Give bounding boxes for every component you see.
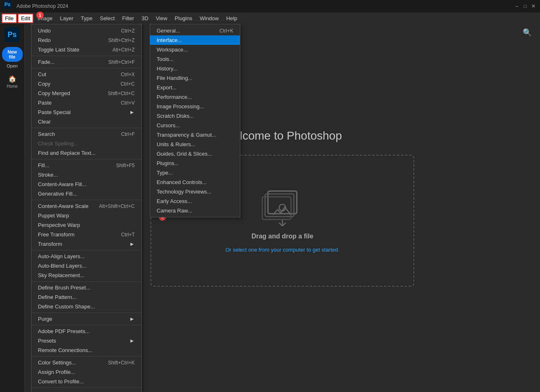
- menu-define-pattern[interactable]: Define Pattern...: [31, 292, 141, 302]
- menu-item-view[interactable]: View: [153, 14, 171, 23]
- menu-color-settings[interactable]: Color Settings... Shift+Ctrl+K: [31, 358, 141, 367]
- menu-remote-connections[interactable]: Remote Connections...: [31, 345, 141, 355]
- menu-cut[interactable]: Cut Ctrl+X: [31, 70, 141, 79]
- menu-find-replace[interactable]: Find and Replace Text...: [31, 148, 141, 158]
- pref-workspace-label: Workspace...: [157, 47, 188, 53]
- pref-performance[interactable]: Performance...: [150, 92, 240, 102]
- fade-shortcut: Shift+Ctrl+F: [108, 59, 135, 65]
- free-transform-shortcut: Ctrl+T: [121, 232, 135, 238]
- menu-purge[interactable]: Purge ►: [31, 314, 141, 324]
- transform-arrow: ►: [129, 241, 135, 247]
- paste-special-label: Paste Special: [38, 109, 71, 115]
- menu-item-layer[interactable]: Layer: [57, 14, 77, 23]
- copy-shortcut: Ctrl+C: [120, 81, 134, 87]
- redo-label: Redo: [38, 37, 51, 43]
- menu-redo[interactable]: Redo Shift+Ctrl+Z: [31, 35, 141, 45]
- menu-item-select[interactable]: Select: [96, 14, 118, 23]
- new-file-button[interactable]: New file: [2, 47, 23, 62]
- search-icon[interactable]: 🔍: [523, 28, 532, 37]
- pref-camera-raw[interactable]: Camera Raw...: [150, 206, 240, 215]
- drop-end-text: from your computer to get started.: [257, 247, 339, 253]
- menu-auto-blend[interactable]: Auto-Blend Layers...: [31, 261, 141, 271]
- open-button[interactable]: Open: [7, 63, 18, 68]
- pref-scratch-disks[interactable]: Scratch Disks...: [150, 111, 240, 121]
- title-bar-controls: – □ ✕: [514, 3, 537, 9]
- menu-generative-fill[interactable]: Generative Fill...: [31, 189, 141, 198]
- select-one-link[interactable]: select one: [233, 247, 257, 253]
- menu-paste-special[interactable]: Paste Special ►: [31, 107, 141, 117]
- menu-item-edit[interactable]: Edit: [18, 14, 33, 23]
- menu-adobe-pdf-presets[interactable]: Adobe PDF Presets...: [31, 327, 141, 336]
- presets-arrow: ►: [129, 338, 135, 344]
- menu-presets[interactable]: Presets ►: [31, 336, 141, 345]
- menu-puppet-warp[interactable]: Puppet Warp: [31, 211, 141, 220]
- menu-keyboard-shortcuts[interactable]: Keyboard Shortcuts... Alt+Shift+Ctrl+K: [31, 389, 141, 392]
- menu-clear[interactable]: Clear: [31, 117, 141, 126]
- sep11: [31, 387, 141, 388]
- menu-transform[interactable]: Transform ►: [31, 239, 141, 249]
- pref-plugins-label: Plugins...: [157, 160, 178, 166]
- pref-image-processing[interactable]: Image Processing...: [150, 102, 240, 111]
- menu-copy-merged[interactable]: Copy Merged Shift+Ctrl+C: [31, 89, 141, 98]
- pref-cursors-label: Cursors...: [157, 122, 180, 128]
- pref-type-label: Type...: [157, 170, 173, 176]
- menu-undo[interactable]: Undo Ctrl+Z: [31, 26, 141, 35]
- menu-bar: File Edit Image Layer Type Select Filter…: [0, 12, 540, 24]
- menu-item-filter[interactable]: Filter: [119, 14, 137, 23]
- pref-guides-grid[interactable]: Guides, Grid & Slices...: [150, 149, 240, 159]
- menu-item-plugins[interactable]: Plugins: [171, 14, 196, 23]
- pref-enhanced-controls[interactable]: Enhanced Controls...: [150, 177, 240, 187]
- define-custom-shape-label: Define Custom Shape...: [38, 303, 95, 310]
- search-shortcut: Ctrl+F: [121, 131, 135, 137]
- menu-assign-profile[interactable]: Assign Profile...: [31, 367, 141, 377]
- pref-early-access[interactable]: Early Access...: [150, 196, 240, 206]
- menu-define-custom-shape[interactable]: Define Custom Shape...: [31, 302, 141, 311]
- cut-shortcut: Ctrl+X: [121, 72, 135, 77]
- menu-sky-replacement[interactable]: Sky Replacement...: [31, 271, 141, 280]
- paste-shortcut: Ctrl+V: [121, 100, 135, 106]
- menu-toggle-last-state[interactable]: Toggle Last State Alt+Ctrl+Z: [31, 45, 141, 54]
- pref-plugins[interactable]: Plugins...: [150, 159, 240, 168]
- menu-paste[interactable]: Paste Ctrl+V: [31, 98, 141, 107]
- menu-content-aware-scale[interactable]: Content-Aware Scale Alt+Shift+Ctrl+C: [31, 201, 141, 211]
- menu-auto-align[interactable]: Auto-Align Layers...: [31, 252, 141, 261]
- menu-copy[interactable]: Copy Ctrl+C: [31, 79, 141, 89]
- pref-type[interactable]: Type...: [150, 168, 240, 177]
- menu-item-file[interactable]: File: [2, 14, 17, 23]
- menu-search[interactable]: Search Ctrl+F: [31, 129, 141, 139]
- copy-merged-shortcut: Shift+Ctrl+C: [108, 91, 134, 96]
- menu-perspective-warp[interactable]: Perspective Warp: [31, 220, 141, 230]
- pref-cursors[interactable]: Cursors...: [150, 121, 240, 130]
- minimize-button[interactable]: –: [514, 3, 520, 9]
- pref-transparency[interactable]: Transparency & Gamut...: [150, 130, 240, 140]
- pref-general[interactable]: General... Ctrl+K: [150, 26, 240, 35]
- menu-fill[interactable]: Fill... Shift+F5: [31, 161, 141, 170]
- pref-history[interactable]: History...: [150, 64, 240, 73]
- menu-item-help[interactable]: Help: [223, 14, 241, 23]
- menu-convert-to-profile[interactable]: Convert to Profile...: [31, 377, 141, 386]
- pref-tools[interactable]: Tools...: [150, 54, 240, 64]
- pref-interface[interactable]: Interface...: [150, 35, 240, 45]
- puppet-warp-label: Puppet Warp: [38, 212, 69, 219]
- menu-check-spelling[interactable]: Check Spelling...: [31, 139, 141, 148]
- menu-stroke[interactable]: Stroke...: [31, 170, 141, 180]
- pref-export[interactable]: Export...: [150, 83, 240, 92]
- menu-item-window[interactable]: Window: [196, 14, 222, 23]
- menu-define-brush[interactable]: Define Brush Preset...: [31, 283, 141, 292]
- pref-technology-previews[interactable]: Technology Previews...: [150, 187, 240, 196]
- close-button[interactable]: ✕: [530, 3, 537, 9]
- restore-button[interactable]: □: [522, 3, 528, 9]
- menu-free-transform[interactable]: Free Transform Ctrl+T: [31, 230, 141, 239]
- menu-fade[interactable]: Fade... Shift+Ctrl+F: [31, 57, 141, 67]
- transform-label: Transform: [38, 241, 62, 247]
- home-item[interactable]: 🏠 Home: [7, 75, 18, 89]
- pref-file-handling[interactable]: File Handling...: [150, 73, 240, 83]
- copy-merged-label: Copy Merged: [38, 90, 70, 96]
- menu-content-aware-fill[interactable]: Content-Aware Fill...: [31, 180, 141, 189]
- search-label: Search: [38, 131, 55, 137]
- stroke-label: Stroke...: [38, 172, 58, 178]
- pref-workspace[interactable]: Workspace...: [150, 45, 240, 54]
- menu-item-type[interactable]: Type: [77, 14, 96, 23]
- pref-units-rulers[interactable]: Units & Rulers...: [150, 140, 240, 149]
- menu-item-3d[interactable]: 3D: [138, 14, 152, 23]
